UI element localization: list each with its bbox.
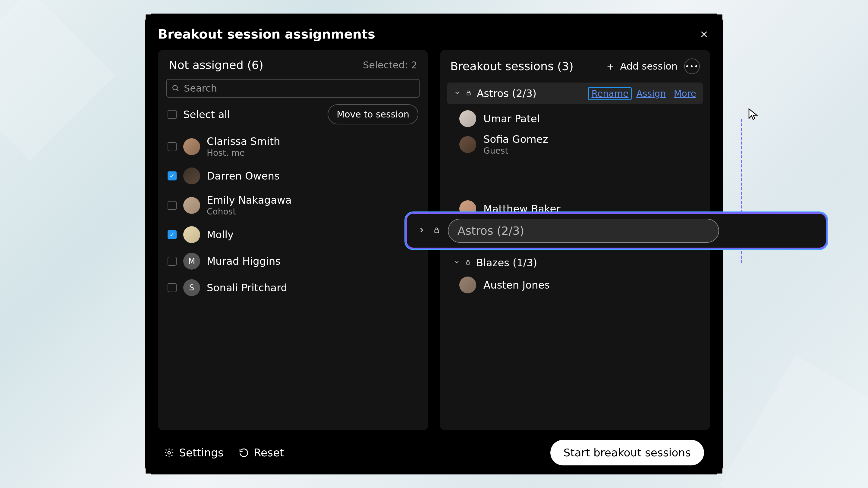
chevron-down-icon xyxy=(454,90,461,98)
session-members-astros: Umar PatelSofia GomezGuest xyxy=(448,107,702,159)
person-row[interactable]: MMurad Higgins xyxy=(166,248,420,274)
modal-footer: Settings Reset Start breakout sessions xyxy=(158,440,710,465)
search-field[interactable] xyxy=(166,79,420,98)
rename-link[interactable]: Rename xyxy=(588,87,632,100)
more-link[interactable]: More xyxy=(674,88,696,99)
svg-point-0 xyxy=(173,85,177,90)
member-name: Umar Patel xyxy=(484,113,540,125)
person-row[interactable]: Darren Owens xyxy=(166,163,420,189)
ellipsis-icon: ••• xyxy=(685,63,699,70)
avatar xyxy=(183,197,200,214)
person-checkbox[interactable] xyxy=(167,171,177,181)
member-row[interactable]: Umar Patel xyxy=(459,107,702,130)
session-name: Astros (2/3) xyxy=(477,87,536,99)
selected-count: Selected: 2 xyxy=(363,59,417,71)
close-button[interactable] xyxy=(698,28,710,40)
svg-point-4 xyxy=(168,451,170,454)
avatar xyxy=(459,110,476,127)
modal-title: Breakout session assignments xyxy=(158,27,375,41)
session-row-astros[interactable]: Astros (2/3) Rename Assign More xyxy=(447,83,703,104)
person-name: Molly xyxy=(207,229,234,241)
start-breakout-button[interactable]: Start breakout sessions xyxy=(550,440,704,465)
avatar xyxy=(183,167,200,184)
assign-link[interactable]: Assign xyxy=(636,88,666,99)
modal-header: Breakout session assignments xyxy=(158,27,710,41)
add-session-label: Add session xyxy=(620,61,678,72)
cursor-icon xyxy=(747,108,760,121)
reset-label: Reset xyxy=(254,447,284,459)
avatar xyxy=(183,138,200,155)
person-checkbox[interactable] xyxy=(167,142,177,151)
sessions-title: Breakout sessions (3) xyxy=(450,60,574,73)
breakout-modal: Breakout session assignments Not assigne… xyxy=(145,13,723,475)
avatar: M xyxy=(183,253,200,270)
rename-input[interactable] xyxy=(458,224,710,237)
reset-button[interactable]: Reset xyxy=(239,447,284,459)
session-name: Blazes (1/3) xyxy=(476,257,537,269)
person-role: Cohost xyxy=(207,207,292,217)
select-all-checkbox[interactable] xyxy=(167,110,177,119)
person-name: Murad Higgins xyxy=(207,255,281,267)
chevron-down-icon xyxy=(453,259,460,267)
lock-icon xyxy=(465,90,472,98)
person-row[interactable]: Clarissa SmithHost, me xyxy=(166,130,420,163)
member-name: Austen Jones xyxy=(484,279,550,291)
person-checkbox[interactable] xyxy=(167,201,177,210)
people-list: Clarissa SmithHost, meDarren OwensEmily … xyxy=(166,130,420,301)
search-input[interactable] xyxy=(184,83,414,94)
person-name: Sonali Pritchard xyxy=(207,282,287,294)
more-options-button[interactable]: ••• xyxy=(684,59,700,74)
avatar: S xyxy=(183,279,200,296)
search-icon xyxy=(172,84,180,92)
add-session-button[interactable]: ＋ Add session xyxy=(605,59,678,74)
person-name: Emily Nakagawa xyxy=(207,194,292,206)
member-row[interactable]: Sofia GomezGuest xyxy=(459,130,702,159)
person-name: Clarissa Smith xyxy=(207,135,280,147)
member-name: Sofia Gomez xyxy=(484,133,548,145)
not-assigned-panel: Not assigned (6) Selected: 2 Select all … xyxy=(158,50,428,430)
settings-label: Settings xyxy=(179,447,224,459)
person-checkbox[interactable] xyxy=(167,283,177,292)
not-assigned-title: Not assigned (6) xyxy=(169,59,264,72)
svg-rect-3 xyxy=(435,230,439,233)
close-icon xyxy=(700,30,709,39)
lock-icon xyxy=(465,259,471,267)
move-to-session-button[interactable]: Move to session xyxy=(328,104,418,124)
settings-button[interactable]: Settings xyxy=(164,447,224,459)
session-row-blazes[interactable]: Blazes (1/3) xyxy=(448,252,702,273)
reset-icon xyxy=(239,448,249,458)
person-row[interactable]: Molly xyxy=(166,221,420,248)
person-row[interactable]: Emily NakagawaCohost xyxy=(166,189,420,221)
person-row[interactable]: SSonali Pritchard xyxy=(166,274,420,301)
plus-icon: ＋ xyxy=(605,59,616,74)
person-name: Darren Owens xyxy=(207,170,280,182)
avatar xyxy=(459,276,476,293)
avatar xyxy=(183,226,200,243)
chevron-right-icon[interactable] xyxy=(418,226,426,235)
person-checkbox[interactable] xyxy=(167,257,177,266)
avatar xyxy=(459,136,476,153)
gear-icon xyxy=(164,448,174,458)
member-role: Guest xyxy=(484,146,548,156)
svg-rect-1 xyxy=(467,93,470,95)
select-all-label: Select all xyxy=(183,108,230,121)
svg-rect-2 xyxy=(467,262,470,264)
person-role: Host, me xyxy=(207,148,280,158)
person-checkbox[interactable] xyxy=(167,230,177,239)
member-row[interactable]: Austen Jones xyxy=(459,273,702,296)
lock-icon xyxy=(433,226,441,235)
rename-session-callout xyxy=(405,213,827,249)
session-members-blazes: Austen Jones xyxy=(448,273,702,296)
rename-input-wrap[interactable] xyxy=(448,219,719,243)
